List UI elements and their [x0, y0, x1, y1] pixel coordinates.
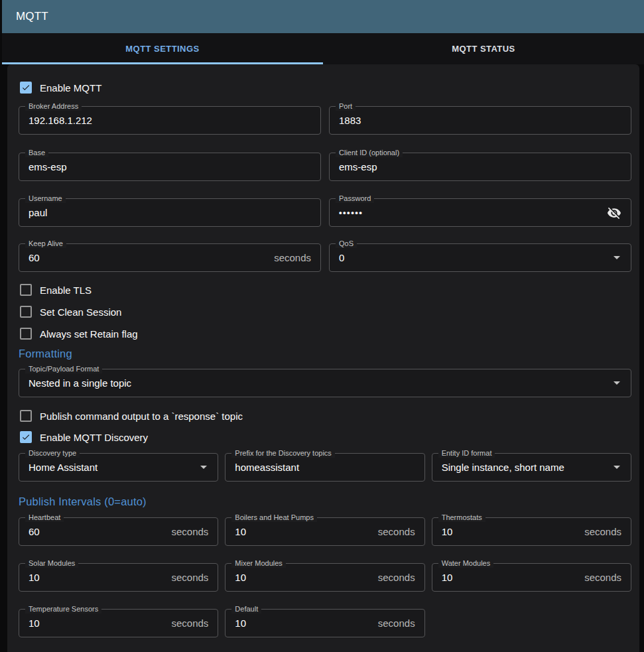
mqtt-settings-panel: Enable MQTT Broker Address Port Base Cli… — [7, 64, 639, 652]
password-label: Password — [336, 194, 374, 203]
discovery-type-label: Discovery type — [25, 449, 80, 458]
default-interval-label: Default — [231, 605, 261, 614]
empty-grid-cell — [432, 609, 631, 637]
enable-discovery-label: Enable MQTT Discovery — [40, 432, 148, 443]
temperature-sensors-unit: seconds — [171, 618, 208, 629]
publish-intervals-heading: Publish Intervals (0=auto) — [19, 495, 631, 508]
client-id-input[interactable] — [339, 161, 621, 172]
discovery-type-value: Home Assistant — [29, 462, 194, 473]
enable-mqtt-label: Enable MQTT — [40, 82, 101, 94]
topic-format-select[interactable]: Topic/Payload Format Nested in a single … — [19, 369, 631, 397]
thermostats-field: Thermostats seconds — [432, 517, 631, 546]
solar-modules-field: Solar Modules seconds — [19, 563, 218, 592]
enable-tls-label: Enable TLS — [40, 285, 92, 296]
tab-bar: MQTT SETTINGS MQTT STATUS — [2, 33, 644, 64]
mixer-modules-field: Mixer Modules seconds — [225, 563, 424, 592]
username-label: Username — [25, 194, 66, 203]
enable-mqtt-checkbox-row[interactable]: Enable MQTT — [19, 80, 631, 96]
entity-id-format-value: Single instance, short name — [442, 462, 607, 473]
discovery-prefix-field: Prefix for the Discovery topics — [225, 453, 424, 482]
publish-response-checkbox[interactable] — [20, 410, 32, 422]
solar-modules-unit: seconds — [171, 572, 208, 583]
tab-mqtt-status[interactable]: MQTT STATUS — [323, 33, 644, 64]
enable-discovery-checkbox[interactable] — [20, 431, 32, 443]
app-bar: MQTT — [2, 0, 644, 33]
water-modules-input[interactable] — [442, 572, 578, 583]
entity-id-format-label: Entity ID format — [438, 449, 495, 458]
clean-session-checkbox[interactable] — [20, 306, 32, 318]
boilers-field: Boilers and Heat Pumps seconds — [225, 517, 424, 546]
mixer-modules-unit: seconds — [378, 572, 415, 583]
keep-alive-label: Keep Alive — [25, 239, 66, 248]
publish-response-checkbox-row[interactable]: Publish command output to a `response` t… — [19, 408, 631, 424]
client-id-field: Client ID (optional) — [329, 153, 631, 181]
default-interval-unit: seconds — [378, 618, 415, 629]
mixer-modules-label: Mixer Modules — [231, 559, 286, 568]
default-interval-field: Default seconds — [225, 609, 424, 637]
keep-alive-input[interactable] — [29, 252, 267, 263]
solar-modules-label: Solar Modules — [25, 559, 78, 568]
solar-modules-input[interactable] — [29, 572, 164, 583]
clean-session-checkbox-row[interactable]: Set Clean Session — [19, 304, 631, 320]
broker-address-input[interactable] — [29, 115, 311, 126]
retain-flag-label: Always set Retain flag — [40, 328, 138, 340]
temperature-sensors-label: Temperature Sensors — [25, 605, 101, 614]
dropdown-caret-icon — [613, 256, 620, 259]
entity-id-format-select[interactable]: Entity ID format Single instance, short … — [432, 453, 631, 482]
temperature-sensors-input[interactable] — [29, 618, 164, 629]
client-id-label: Client ID (optional) — [336, 149, 403, 157]
water-modules-unit: seconds — [584, 572, 621, 583]
tab-mqtt-settings[interactable]: MQTT SETTINGS — [2, 33, 323, 64]
thermostats-label: Thermostats — [438, 513, 485, 522]
page-title: MQTT — [16, 10, 48, 23]
qos-select[interactable]: QoS 0 — [329, 243, 631, 272]
enable-tls-checkbox-row[interactable]: Enable TLS — [19, 282, 631, 298]
enable-discovery-checkbox-row[interactable]: Enable MQTT Discovery — [19, 429, 631, 445]
boilers-input[interactable] — [235, 526, 371, 537]
formatting-heading: Formatting — [19, 348, 631, 360]
temperature-sensors-field: Temperature Sensors seconds — [19, 609, 218, 637]
base-input[interactable] — [29, 161, 311, 172]
enable-tls-checkbox[interactable] — [20, 284, 32, 296]
broker-address-label: Broker Address — [25, 102, 82, 111]
visibility-off-icon — [607, 206, 621, 220]
app-chrome: MQTT MQTT SETTINGS MQTT STATUS — [0, 0, 644, 64]
discovery-prefix-label: Prefix for the Discovery topics — [231, 449, 335, 458]
username-input[interactable] — [29, 207, 311, 218]
enable-mqtt-checkbox[interactable] — [20, 82, 32, 94]
qos-label: QoS — [336, 239, 357, 248]
thermostats-input[interactable] — [442, 526, 578, 537]
default-interval-input[interactable] — [235, 618, 371, 629]
port-field: Port — [329, 106, 631, 135]
toggle-password-visibility-button[interactable] — [604, 203, 624, 223]
password-input[interactable] — [339, 208, 598, 218]
heartbeat-field: Heartbeat seconds — [19, 517, 218, 546]
publish-response-label: Publish command output to a `response` t… — [40, 411, 243, 422]
keep-alive-field: Keep Alive seconds — [19, 243, 321, 272]
boilers-label: Boilers and Heat Pumps — [231, 513, 317, 522]
heartbeat-unit: seconds — [171, 526, 208, 537]
water-modules-label: Water Modules — [438, 559, 494, 568]
mixer-modules-input[interactable] — [235, 572, 371, 583]
boilers-unit: seconds — [378, 526, 415, 537]
discovery-prefix-input[interactable] — [235, 462, 415, 473]
tab-mqtt-status-label: MQTT STATUS — [452, 44, 515, 54]
base-label: Base — [25, 149, 48, 157]
topic-format-value: Nested in a single topic — [29, 377, 607, 389]
tab-mqtt-settings-label: MQTT SETTINGS — [125, 44, 199, 54]
thermostats-unit: seconds — [584, 526, 621, 537]
active-tab-indicator — [2, 62, 323, 64]
keep-alive-unit: seconds — [274, 252, 311, 263]
base-field: Base — [19, 153, 321, 181]
check-icon — [21, 82, 31, 93]
password-field: Password — [329, 198, 631, 227]
retain-flag-checkbox-row[interactable]: Always set Retain flag — [19, 326, 631, 342]
retain-flag-checkbox[interactable] — [20, 328, 32, 340]
broker-address-field: Broker Address — [19, 106, 321, 135]
port-input[interactable] — [339, 115, 621, 126]
heartbeat-input[interactable] — [29, 526, 164, 537]
qos-value: 0 — [339, 252, 607, 263]
dropdown-caret-icon — [613, 466, 620, 469]
discovery-type-select[interactable]: Discovery type Home Assistant — [19, 453, 218, 482]
port-label: Port — [336, 102, 355, 111]
